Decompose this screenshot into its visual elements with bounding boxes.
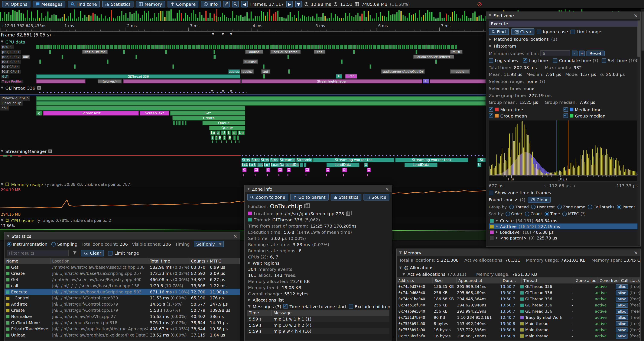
copy-icon[interactable] [304, 204, 308, 208]
found-zone-group-row[interactable]: ▶ AddTree (18,542) 227.19 ms [489, 223, 638, 229]
timeline-zone[interactable]: Streaming [296, 158, 312, 162]
timing-select[interactable]: Self only▼ [194, 241, 224, 247]
active-allocations-toggle[interactable]: ▼Active allocations(70,311) Memory usage… [397, 271, 640, 277]
cpu-zone[interactable]: audiose [228, 70, 240, 74]
cpu-usage-header[interactable]: ▼CPU usage(y-range: 0.78%, visible data … [1, 218, 487, 223]
frame-bar[interactable] [326, 19, 328, 21]
frame-bar[interactable] [273, 14, 274, 21]
close-icon[interactable]: × [634, 14, 638, 18]
frame-bar[interactable] [333, 18, 334, 21]
memory-button[interactable]: Memory [136, 1, 165, 8]
cpu-zone[interactable] [214, 55, 216, 59]
wait-regions-toggle[interactable]: ▶Wait regions [245, 260, 392, 266]
timeline-zone[interactable]: Ci [254, 168, 259, 172]
frame-bar[interactable] [390, 15, 392, 21]
frame-bar[interactable] [70, 13, 71, 21]
cpu-zone[interactable]: (worker/) [98, 79, 122, 83]
frame-bar[interactable] [398, 11, 400, 21]
frame-bar[interactable] [220, 17, 221, 21]
timeline-zone[interactable]: C [326, 168, 330, 172]
frame-bar[interactable] [232, 11, 233, 21]
timeline-zone[interactable]: LoadDaU [285, 163, 299, 167]
message-dots-row[interactable] [242, 154, 484, 157]
frame-bar[interactable] [72, 18, 73, 21]
alloc-callstack-button[interactable]: alloc [616, 333, 628, 338]
frame-bar[interactable] [8, 12, 10, 21]
frame-bar[interactable] [90, 16, 92, 21]
show-zone-time-checkbox[interactable]: Show zone time in frames [489, 190, 551, 195]
cpu-zone[interactable] [263, 74, 265, 79]
frame-bar[interactable] [252, 18, 254, 21]
find-zone-query-input[interactable] [489, 20, 638, 27]
frame-bar[interactable] [127, 18, 128, 21]
timeline-zone[interactable] [182, 121, 184, 125]
options-button[interactable]: Options [2, 1, 30, 8]
frame-bar[interactable] [111, 10, 112, 21]
cpu-zone[interactable]: auc [22, 55, 30, 59]
frame-bar[interactable] [292, 17, 293, 21]
frame-bar[interactable] [345, 13, 346, 21]
allocation-row[interactable]: 0x74a9d68040 256 KB 295,668,489ns 13:50.… [397, 290, 640, 296]
frame-bar[interactable] [411, 15, 412, 21]
memory-titlebar[interactable]: ▼Memory× [397, 249, 640, 256]
histogram-option-checkbox[interactable]: Log time [523, 58, 550, 63]
frame-bar[interactable] [60, 18, 61, 21]
allocation-row[interactable]: 0x7553b9fbf0 16 bytes 296,661,186ns 13:5… [397, 333, 640, 339]
frame-bar[interactable] [413, 14, 414, 21]
message-row[interactable]: 5.59 s mip 9 w 4 h 4 (16) [247, 328, 389, 334]
timeline-zone[interactable]: LoadDaU [271, 163, 285, 167]
timeline-zone[interactable]: o [232, 131, 237, 135]
frame-bar[interactable] [290, 12, 291, 21]
frame-bar[interactable] [236, 15, 238, 21]
frame-bar[interactable] [230, 18, 231, 21]
frame-bar[interactable] [74, 10, 75, 21]
alloc-callstack-button[interactable]: alloc [616, 327, 628, 332]
go-to-parent-button[interactable]: ↑Go to parent [290, 194, 328, 200]
timeline-zone[interactable]: Strea [270, 158, 279, 162]
timeline-zone[interactable]: ( [223, 136, 226, 140]
cpu-zone[interactable] [435, 60, 437, 64]
frame-bar[interactable] [94, 14, 96, 21]
sampling-radio[interactable]: Sampling [52, 242, 78, 246]
frame-bar[interactable] [417, 18, 418, 21]
cpu-zone[interactable] [123, 50, 125, 54]
timeline-zone[interactable]: LoadData [326, 163, 359, 167]
reset-button[interactable]: Reset [587, 50, 604, 56]
frame-bar[interactable] [31, 12, 32, 21]
frame-bar[interactable] [195, 14, 196, 21]
find-zone-titlebar[interactable]: ▼Find zone× [486, 12, 640, 19]
frame-bar[interactable] [210, 13, 211, 21]
cpu-zone[interactable] [214, 50, 215, 54]
frame-bar[interactable] [470, 18, 472, 21]
frame-bar[interactable] [68, 17, 69, 21]
frame-bar[interactable] [56, 15, 57, 21]
cpu-data-header[interactable]: ▼CPU data [1, 39, 487, 44]
timeline-zone[interactable]: St [477, 158, 486, 162]
timeline-zone[interactable]: Queue [202, 121, 245, 125]
frame-bar[interactable] [404, 16, 406, 21]
message-row[interactable]: 5.59 s mip 10 w 2 h 2 (4) [247, 322, 389, 328]
cpu-zone[interactable] [165, 50, 167, 54]
frame-bar[interactable] [88, 15, 90, 21]
histogram[interactable]: 1 µs 10 µs [489, 120, 638, 182]
zone-info-titlebar[interactable]: ▼Zone info× [245, 185, 392, 192]
timeline-zone[interactable] [36, 96, 486, 101]
timeline-zone[interactable] [304, 163, 306, 167]
frame-bar[interactable] [115, 18, 116, 21]
frame-bar[interactable] [257, 17, 258, 21]
filter-input[interactable] [7, 250, 68, 256]
alloc-callstack-button[interactable]: alloc [616, 284, 628, 289]
frame-bar[interactable] [168, 11, 170, 21]
timeline-zone[interactable] [212, 141, 213, 143]
frame-bar[interactable] [129, 12, 131, 21]
frame-bar[interactable] [228, 18, 229, 21]
frame-bar[interactable] [144, 11, 145, 21]
frame-bar[interactable] [476, 17, 478, 21]
timeline-zone[interactable]: U [477, 163, 482, 167]
zone-statistics-button[interactable]: Statistics [330, 194, 362, 200]
clear-button[interactable]: Clear [511, 28, 534, 35]
marker-checkbox[interactable]: Group median [563, 113, 638, 119]
timeline-zone[interactable]: Streaming worker task [395, 158, 468, 162]
frame-bar[interactable] [267, 12, 268, 21]
frame-bar[interactable] [51, 15, 53, 21]
